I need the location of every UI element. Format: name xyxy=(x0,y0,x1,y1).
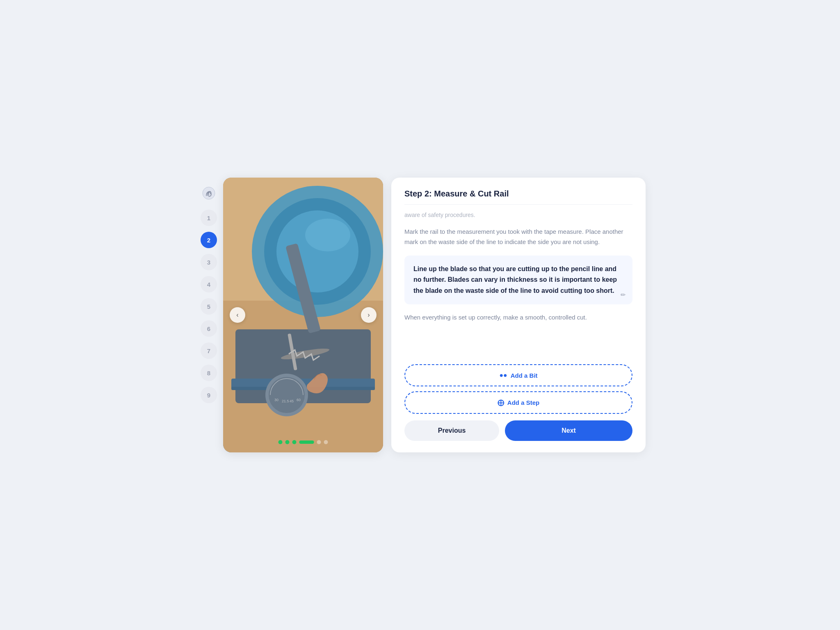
svg-text:45: 45 xyxy=(290,399,294,403)
step-7-button[interactable]: 7 xyxy=(201,342,217,359)
content-area: 30 21.5 45 60 ‹ › xyxy=(223,178,646,452)
previous-button[interactable]: Previous xyxy=(404,420,499,441)
step-9-button[interactable]: 9 xyxy=(201,387,217,403)
image-dot-6 xyxy=(324,440,328,444)
add-bit-button[interactable]: ●● Add a Bit xyxy=(404,364,632,386)
image-dot-4 xyxy=(299,441,314,444)
image-dot-1 xyxy=(278,440,283,444)
image-prev-button[interactable]: ‹ xyxy=(230,307,245,323)
step-6-button[interactable]: 6 xyxy=(201,320,217,337)
step-image: 30 21.5 45 60 xyxy=(223,178,383,452)
sidebar: 1 2 3 4 5 6 7 8 9 xyxy=(194,178,223,411)
image-next-button[interactable]: › xyxy=(361,307,377,323)
faded-text: aware of safety procedures. xyxy=(404,210,632,219)
chevron-right-icon: › xyxy=(368,311,370,319)
step-5-button[interactable]: 5 xyxy=(201,298,217,315)
step-4-button[interactable]: 4 xyxy=(201,276,217,292)
image-dot-5 xyxy=(317,440,321,444)
svg-text:21.5: 21.5 xyxy=(282,399,289,403)
image-dots xyxy=(278,440,328,444)
highlight-box: Line up the blade so that you are cuttin… xyxy=(404,256,632,304)
step-2-button[interactable]: 2 xyxy=(201,232,217,248)
step-title: Step 2: Measure & Cut Rail xyxy=(404,189,632,205)
app-logo xyxy=(201,186,216,201)
svg-text:60: 60 xyxy=(297,398,301,402)
image-panel: 30 21.5 45 60 ‹ › xyxy=(223,178,383,452)
add-step-label: Add a Step xyxy=(507,399,539,406)
step-1-button[interactable]: 1 xyxy=(201,210,217,226)
edit-icon[interactable]: ✏ xyxy=(621,291,626,299)
svg-text:30: 30 xyxy=(274,398,278,402)
image-dot-2 xyxy=(285,440,290,444)
bit-icon: ●● xyxy=(499,372,507,379)
add-bit-label: Add a Bit xyxy=(511,372,538,379)
highlight-box-text: Line up the blade so that you are cuttin… xyxy=(413,264,623,296)
step-icon: ⨁ xyxy=(498,399,504,406)
main-container: 1 2 3 4 5 6 7 8 9 xyxy=(194,178,646,452)
step-8-button[interactable]: 8 xyxy=(201,365,217,381)
body-text: Mark the rail to the measurement you too… xyxy=(404,227,632,247)
right-panel: Step 2: Measure & Cut Rail aware of safe… xyxy=(391,178,646,452)
footer-text: When everything is set up correctly, mak… xyxy=(404,313,632,322)
step-3-button[interactable]: 3 xyxy=(201,254,217,270)
next-button[interactable]: Next xyxy=(505,420,632,441)
svg-point-18 xyxy=(305,219,350,251)
nav-buttons: Previous Next xyxy=(404,420,632,441)
image-dot-3 xyxy=(292,440,297,444)
chevron-left-icon: ‹ xyxy=(236,311,238,319)
svg-point-13 xyxy=(269,377,305,413)
add-step-button[interactable]: ⨁ Add a Step xyxy=(404,391,632,414)
